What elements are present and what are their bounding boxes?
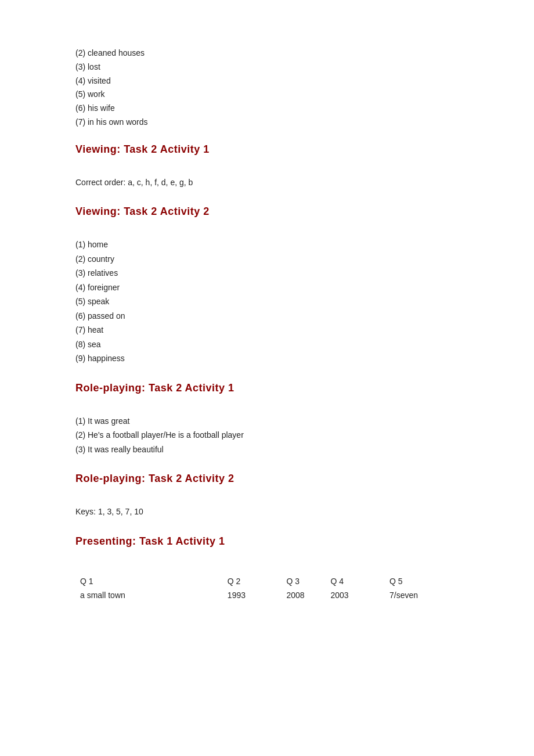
intro-item-5: (6) his wife xyxy=(75,102,459,116)
viewing-a2-item-4: (4) foreigner xyxy=(75,280,459,295)
presenting-task1-activity1-section: Presenting: Task 1 Activity 1 Q 1 Q 2 Q … xyxy=(75,535,459,602)
cell-q3-answer: 2008 xyxy=(282,588,326,602)
roleplaying-task2-activity2-heading: Role-playing: Task 2 Activity 2 xyxy=(75,473,459,485)
viewing-a2-item-5: (5) speak xyxy=(75,294,459,309)
roleplaying-a1-item-2: (2) He's a football player/He is a footb… xyxy=(75,428,459,442)
intro-item-3: (4) visited xyxy=(75,74,459,88)
col-header-q2: Q 2 xyxy=(223,574,282,588)
viewing-task2-activity2-section: Viewing: Task 2 Activity 2 (1) home (2) … xyxy=(75,206,459,366)
table-header-row: Q 1 Q 2 Q 3 Q 4 Q 5 xyxy=(75,574,459,588)
cell-q1-answer: a small town xyxy=(75,588,223,602)
intro-item-2: (3) lost xyxy=(75,60,459,74)
viewing-a2-item-9: (9) happiness xyxy=(75,351,459,366)
table-row: a small town 1993 2008 2003 7/seven xyxy=(75,588,459,602)
intro-item-4: (5) work xyxy=(75,88,459,102)
answer-table: Q 1 Q 2 Q 3 Q 4 Q 5 a small town 1993 20… xyxy=(75,574,459,602)
presenting-task1-activity1-heading: Presenting: Task 1 Activity 1 xyxy=(75,535,459,548)
col-header-q5: Q 5 xyxy=(385,574,459,588)
col-header-q4: Q 4 xyxy=(326,574,385,588)
viewing-task2-activity1-content: Correct order: a, c, h, f, d, e, g, b xyxy=(75,175,459,190)
viewing-a2-item-6: (6) passed on xyxy=(75,309,459,323)
col-header-q1: Q 1 xyxy=(75,574,223,588)
viewing-a2-item-7: (7) heat xyxy=(75,323,459,337)
presenting-table-block: Q 1 Q 2 Q 3 Q 4 Q 5 a small town 1993 20… xyxy=(75,574,459,602)
cell-q5-answer: 7/seven xyxy=(385,588,459,602)
viewing-a2-item-2: (2) country xyxy=(75,252,459,267)
roleplaying-a1-item-1: (1) It was great xyxy=(75,414,459,429)
roleplaying-a1-item-3: (3) It was really beautiful xyxy=(75,442,459,457)
roleplaying-task2-activity2-section: Role-playing: Task 2 Activity 2 Keys: 1,… xyxy=(75,473,459,519)
cell-q2-answer: 1993 xyxy=(223,588,282,602)
viewing-task2-activity1-heading: Viewing: Task 2 Activity 1 xyxy=(75,143,459,156)
viewing-task2-activity2-heading: Viewing: Task 2 Activity 2 xyxy=(75,206,459,218)
viewing-task2-activity2-content: (1) home (2) country (3) relatives (4) f… xyxy=(75,237,459,366)
col-header-q3: Q 3 xyxy=(282,574,326,588)
roleplaying-task2-activity2-content: Keys: 1, 3, 5, 7, 10 xyxy=(75,505,459,519)
roleplaying-task2-activity1-section: Role-playing: Task 2 Activity 1 (1) It w… xyxy=(75,382,459,457)
intro-list: (2) cleaned houses (3) lost (4) visited … xyxy=(75,46,459,129)
cell-q4-answer: 2003 xyxy=(326,588,385,602)
intro-item-1: (2) cleaned houses xyxy=(75,46,459,60)
viewing-a2-item-8: (8) sea xyxy=(75,337,459,352)
viewing-a2-item-1: (1) home xyxy=(75,237,459,252)
viewing-task2-activity1-section: Viewing: Task 2 Activity 1 Correct order… xyxy=(75,143,459,190)
roleplaying-task2-activity1-heading: Role-playing: Task 2 Activity 1 xyxy=(75,382,459,394)
roleplaying-task2-activity1-content: (1) It was great (2) He's a football pla… xyxy=(75,414,459,457)
viewing-a2-item-3: (3) relatives xyxy=(75,266,459,280)
intro-item-6: (7) in his own words xyxy=(75,116,459,129)
